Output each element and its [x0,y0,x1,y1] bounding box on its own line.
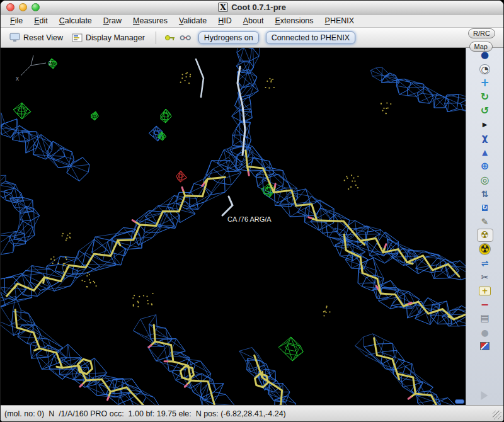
refine-residue-icon[interactable]: ⇌ [477,256,493,270]
undo-radiation-icon[interactable]: ☢ [477,229,493,242]
cut-icon[interactable]: ✂ [477,270,493,283]
reset-view-label: Reset View [23,33,63,42]
gray-sphere-icon[interactable]: ● [477,326,493,339]
add-atom-icon[interactable]: + [477,284,493,297]
edit-chi-angles-icon[interactable]: ✎ [477,215,493,228]
side-chain-180-icon[interactable]: ↻ [477,201,493,214]
menu-phenix[interactable]: PHENIX [319,14,360,27]
rotate-view-icon[interactable]: ↻ [477,90,493,103]
key-icon[interactable] [164,34,176,42]
status-text: (mol. no: 0) N /1/A/160 PRO occ: 1.00 bf… [4,409,286,418]
run-arrow-icon[interactable] [481,391,488,400]
menu-about[interactable]: About [238,14,270,27]
3d-viewport[interactable]: xzCA /76 ARG/A [1,48,466,405]
close-button[interactable] [6,3,14,11]
recenter-view-icon[interactable]: ↺ [477,104,493,117]
toolbar-separator [156,31,156,44]
reset-view-button[interactable]: Reset View [7,33,66,42]
menu-edit[interactable]: Edit [28,14,54,27]
resize-grip[interactable] [493,411,501,419]
link-icon[interactable] [180,34,192,42]
display-manager-label: Display Manager [86,33,145,42]
delete-item-icon[interactable]: − [477,298,493,311]
menubar: FileEditCalculateDrawMeasuresValidateHID… [1,14,503,28]
menu-file[interactable]: File [4,14,28,27]
map-button[interactable]: Map [469,42,493,52]
clock-icon[interactable]: ◔ [477,62,493,76]
rotamer-icon[interactable]: χ [477,132,493,145]
radiation-icon[interactable]: ☢ [477,242,493,256]
statusbar: (mol. no: 0) N /1/A/160 PRO occ: 1.00 bf… [1,405,503,421]
window-title: Coot 0.7.1-pre [231,3,286,12]
right-toolbar: ●◔+↻↺▶χ▲⊕◎⇅↻✎☢☢⇌✂+−▤● [466,48,503,405]
real-space-refine-icon[interactable]: ◎ [477,173,493,186]
minimize-button[interactable] [19,3,27,11]
add-terminal-residue-icon[interactable]: ⊕ [477,159,493,173]
scrollbar-thumb[interactable] [455,399,464,404]
x11-icon: X [218,3,228,12]
translate-view-icon[interactable]: + [477,76,493,89]
axis-x-label: x [16,75,19,82]
phenix-connection-button[interactable]: Connected to PHENIX [266,31,355,44]
coot-window: X Coot 0.7.1-pre FileEditCalculateDrawMe… [0,0,504,422]
display-manager-icon [72,33,83,42]
hydrogens-toggle-button[interactable]: Hydrogens on [198,31,259,44]
reset-view-icon [9,33,20,42]
menu-draw[interactable]: Draw [98,14,127,27]
menu-measures[interactable]: Measures [127,14,173,27]
menu-calculate[interactable]: Calculate [54,14,98,27]
axis-z-label: z [49,59,52,66]
menu-validate[interactable]: Validate [173,14,212,27]
menu-extensions[interactable]: Extensions [269,14,319,27]
play-icon[interactable]: ▶ [477,118,493,131]
toolbar: Reset View Display Manager Hydrogens on … [1,28,503,48]
zoom-button[interactable] [32,3,40,11]
atom-label: CA /76 ARG/A [227,215,272,223]
rrc-button[interactable]: R/RC [468,28,495,38]
display-manager-button[interactable]: Display Manager [69,33,147,42]
display-flag-icon[interactable] [477,339,493,353]
viewport-container: xzCA /76 ARG/A [1,48,466,405]
pep-flip-icon[interactable]: ⇅ [477,187,493,200]
mutate-icon[interactable]: ▲ [477,145,493,159]
menu-hid[interactable]: HID [212,14,238,27]
trash-icon[interactable]: ▤ [477,312,493,325]
titlebar[interactable]: X Coot 0.7.1-pre [1,1,503,14]
